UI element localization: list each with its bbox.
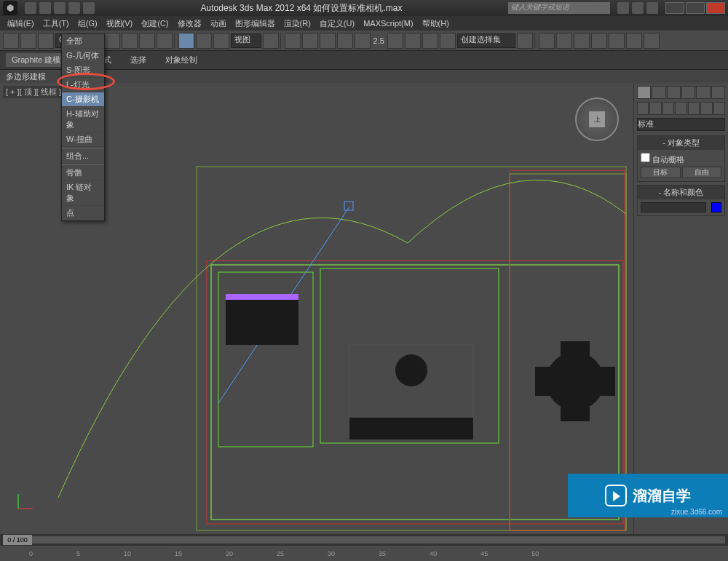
snap-icon[interactable] — [320, 33, 336, 49]
qat-open-icon[interactable] — [39, 2, 51, 14]
create-systems-icon[interactable] — [713, 102, 725, 115]
qat-save-icon[interactable] — [54, 2, 66, 14]
poly-modeling-bar[interactable]: 多边形建模 — [0, 70, 728, 83]
autogrid-checkbox[interactable]: 自动栅格 — [641, 155, 684, 164]
filter-ikchain[interactable]: IK 链对象 — [62, 180, 104, 206]
object-name-input[interactable] — [641, 202, 706, 212]
filter-helpers[interactable]: H-辅助对象 — [62, 107, 104, 132]
unlink-icon[interactable] — [20, 33, 36, 49]
menu-help[interactable]: 帮助(H) — [422, 18, 449, 29]
menu-customize[interactable]: 自定义(U) — [320, 18, 355, 29]
filter-geometry[interactable]: G-几何体 — [62, 49, 104, 63]
move-icon[interactable] — [178, 33, 194, 49]
filter-all[interactable]: 全部 — [62, 34, 104, 49]
svg-rect-9 — [226, 294, 298, 345]
filter-cameras[interactable]: C-摄影机 — [62, 92, 104, 107]
manipulate-icon[interactable] — [285, 33, 301, 49]
minimize-button[interactable] — [665, 2, 684, 14]
material-editor-icon[interactable] — [574, 33, 590, 49]
render-frame-icon[interactable] — [609, 33, 625, 49]
viewcube-face[interactable]: 上 — [588, 111, 606, 128]
menu-create[interactable]: 创建(C) — [141, 18, 168, 29]
teapot-icon[interactable] — [644, 33, 660, 49]
render-setup-icon[interactable] — [591, 33, 607, 49]
select-name-icon[interactable] — [122, 33, 138, 49]
free-camera-button[interactable]: 自由 — [682, 167, 722, 178]
pivot-icon[interactable] — [263, 33, 279, 49]
menu-edit[interactable]: 编辑(E) — [7, 18, 34, 29]
object-color-swatch[interactable] — [711, 202, 721, 212]
menu-group[interactable]: 组(G) — [78, 18, 98, 29]
time-slider-handle[interactable]: 0 / 100 — [3, 535, 32, 545]
close-button[interactable] — [706, 2, 725, 14]
align-icon[interactable] — [422, 33, 438, 49]
schematic-icon[interactable] — [556, 33, 572, 49]
object-type-rollout-header[interactable]: - 对象类型 — [638, 136, 724, 150]
star-icon[interactable] — [632, 2, 644, 14]
filter-bone[interactable]: 骨骼 — [62, 166, 104, 180]
create-cameras-icon[interactable] — [675, 102, 687, 115]
menu-maxscript[interactable]: MAXScript(M) — [363, 19, 413, 28]
app-logo[interactable]: ⬢ — [3, 1, 17, 15]
time-ruler[interactable]: 05101520253035404550 — [0, 546, 728, 561]
qat-new-icon[interactable] — [25, 2, 36, 14]
named-selection-dropdown[interactable]: 创建选择集 — [457, 33, 515, 48]
modify-tab-icon[interactable] — [652, 86, 665, 99]
create-spacewarps-icon[interactable] — [700, 102, 712, 115]
menu-bar: 编辑(E) 工具(T) 组(G) 视图(V) 创建(C) 修改器 动画 图形编辑… — [0, 16, 728, 31]
time-slider[interactable]: 0 / 100 — [0, 534, 728, 546]
keyboard-icon[interactable] — [302, 33, 318, 49]
maximize-button[interactable] — [686, 2, 705, 14]
create-geometry-icon[interactable] — [637, 102, 649, 115]
menu-views[interactable]: 视图(V) — [106, 18, 133, 29]
render-icon[interactable] — [626, 33, 642, 49]
ribbon-tab-selection[interactable]: 选择 — [124, 53, 152, 67]
layer-icon[interactable] — [440, 33, 456, 49]
curve-editor-icon[interactable] — [539, 33, 555, 49]
category-dropdown[interactable]: 标准 — [637, 118, 725, 131]
info-icon[interactable] — [646, 2, 658, 14]
percent-snap-icon[interactable] — [355, 33, 371, 49]
filter-warps[interactable]: W-扭曲 — [62, 132, 104, 147]
reference-coord-dropdown[interactable]: 视图 — [231, 33, 261, 48]
name-color-rollout-header[interactable]: - 名称和颜色 — [638, 186, 724, 199]
menu-modifiers[interactable]: 修改器 — [178, 18, 202, 29]
rotate-icon[interactable] — [196, 33, 212, 49]
display-tab-icon[interactable] — [696, 86, 710, 99]
filter-combo[interactable]: 组合... — [62, 149, 104, 164]
select-region-icon[interactable] — [139, 33, 155, 49]
angle-snap-icon[interactable] — [337, 33, 353, 49]
target-camera-button[interactable]: 目标 — [641, 167, 681, 178]
hierarchy-tab-icon[interactable] — [667, 86, 681, 99]
help-icon[interactable] — [617, 2, 629, 14]
mirror2-icon[interactable] — [517, 33, 533, 49]
scale-icon[interactable] — [213, 33, 229, 49]
filter-point[interactable]: 点 — [62, 206, 104, 220]
menu-tools[interactable]: 工具(T) — [43, 18, 69, 29]
create-helpers-icon[interactable] — [688, 102, 700, 115]
create-tab-icon[interactable] — [637, 86, 651, 99]
help-search-input[interactable]: 键入关键字或短语 — [508, 2, 610, 14]
qat-undo-icon[interactable] — [68, 2, 80, 14]
viewcube[interactable]: 上 — [575, 98, 619, 141]
utilities-tab-icon[interactable] — [711, 86, 725, 99]
filter-shapes[interactable]: S-图形 — [62, 63, 104, 78]
ribbon-tab-objectpaint[interactable]: 对象绘制 — [159, 53, 203, 67]
motion-tab-icon[interactable] — [681, 86, 695, 99]
link-icon[interactable] — [3, 33, 19, 49]
create-lights-icon[interactable] — [662, 102, 674, 115]
mirror-icon[interactable] — [405, 33, 421, 49]
create-shapes-icon[interactable] — [649, 102, 661, 115]
svg-point-12 — [395, 354, 427, 386]
svg-rect-16 — [561, 407, 590, 421]
window-crossing-icon[interactable] — [157, 33, 173, 49]
menu-animation[interactable]: 动画 — [210, 18, 226, 29]
select-icon[interactable] — [104, 33, 120, 49]
menu-graph-editors[interactable]: 图形编辑器 — [235, 18, 275, 29]
bind-icon[interactable] — [38, 33, 54, 49]
ribbon-tab-graphite[interactable]: Graphite 建模 — [6, 53, 66, 67]
menu-rendering[interactable]: 渲染(R) — [284, 18, 311, 29]
qat-redo-icon[interactable] — [83, 2, 95, 14]
spinner-snap-icon[interactable] — [387, 33, 403, 49]
filter-lights[interactable]: L-灯光 — [62, 78, 104, 92]
